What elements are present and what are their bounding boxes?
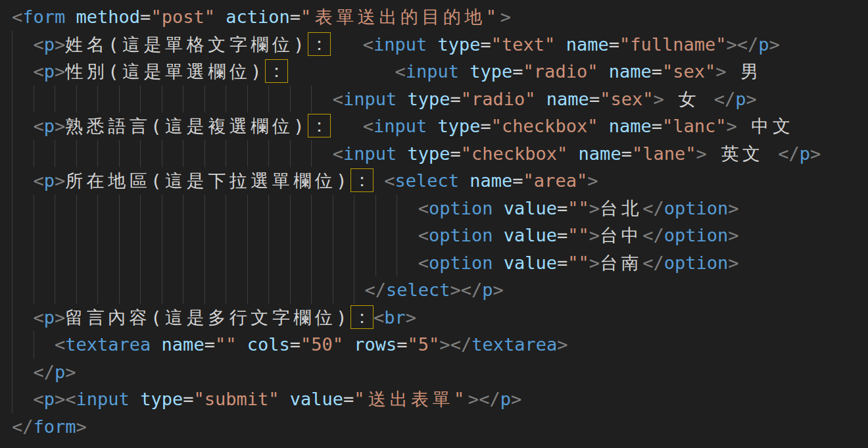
token-attribute-name: value — [290, 389, 343, 409]
token-equals-sign: = — [512, 170, 523, 191]
token-string: "表單送出的目的地" — [301, 7, 500, 27]
token-tag-name: p — [44, 61, 55, 82]
code-line: <option value="">台中</option> — [12, 222, 868, 249]
token-punctuation: > — [715, 61, 726, 82]
token-attribute-name: type — [438, 116, 481, 136]
token-text: 熟悉語言(這是複選欄位) — [65, 116, 308, 136]
token-attribute-name: value — [504, 253, 557, 273]
token-text — [130, 389, 140, 409]
token-text — [555, 34, 566, 55]
token-tag-name: option — [429, 253, 493, 273]
token-punctuation: </ — [364, 280, 386, 300]
token-punctuation: > — [728, 253, 738, 273]
token-equals-sign: = — [512, 61, 523, 82]
token-punctuation: > — [557, 334, 567, 355]
token-punctuation: > — [746, 89, 757, 109]
token-punctuation: > — [500, 7, 511, 27]
token-punctuation: > — [810, 143, 821, 164]
token-string: "submit" — [193, 389, 279, 409]
token-equals-sign: = — [621, 143, 632, 164]
token-punctuation: < — [384, 170, 395, 191]
token-tag-name: p — [482, 280, 493, 300]
token-attribute-name: value — [504, 198, 557, 218]
token-string: "" — [567, 198, 589, 218]
token-tag-name: input — [343, 143, 397, 164]
token-punctuation: </ — [642, 198, 664, 218]
token-attribute-name: value — [504, 225, 557, 245]
token-string: "text" — [491, 34, 556, 55]
token-string: "checkbox" — [491, 116, 598, 136]
token-tag-name: p — [44, 307, 55, 328]
token-punctuation: < — [395, 61, 406, 82]
token-punctuation: < — [34, 61, 44, 82]
token-punctuation: > — [587, 170, 598, 191]
token-string: "sex" — [600, 89, 653, 109]
token-punctuation: > — [727, 34, 737, 55]
token-equals-sign: = — [140, 7, 151, 27]
token-text — [236, 334, 247, 355]
token-tag-name: br — [384, 307, 406, 328]
token-equals-sign: = — [397, 334, 407, 355]
token-punctuation: > — [55, 116, 65, 136]
token-text — [427, 34, 437, 55]
token-tag-name: form — [34, 416, 76, 437]
token-text — [397, 143, 407, 164]
token-attribute-name: name — [470, 170, 512, 191]
token-text: 性別(這是單選欄位) — [65, 61, 265, 82]
token-string: "" — [567, 225, 589, 245]
token-attribute-name: name — [566, 34, 609, 55]
token-tag-name: p — [44, 34, 55, 55]
token-tag-name: textarea — [471, 334, 557, 355]
token-text — [374, 170, 384, 191]
token-punctuation: </ — [642, 225, 664, 245]
token-punctuation: > — [728, 198, 738, 218]
token-punctuation: < — [418, 253, 429, 273]
token-string: "5" — [408, 334, 440, 355]
token-string: "" — [567, 253, 589, 273]
token-tag-name: select — [395, 170, 460, 191]
token-punctuation: > — [55, 389, 65, 409]
token-equals-sign: = — [183, 389, 193, 409]
token-text — [65, 7, 76, 27]
token-punctuation: < — [65, 389, 76, 409]
code-line: <p>熟悉語言(這是複選欄位)： <input type="checkbox" … — [12, 112, 868, 140]
code-line: </select></p> — [12, 276, 868, 304]
token-punctuation: > — [439, 334, 450, 355]
token-attribute-name: type — [140, 389, 183, 409]
token-text — [331, 116, 363, 136]
token-punctuation: > — [493, 280, 504, 300]
token-tag-name: p — [55, 362, 65, 382]
token-equals-sign: = — [557, 225, 567, 245]
token-equals-sign: = — [652, 116, 662, 136]
token-punctuation: > — [589, 198, 600, 218]
token-tag-name: input — [374, 34, 427, 55]
token-attribute-name: rows — [354, 334, 397, 355]
token-text — [427, 116, 437, 136]
token-equals-sign: = — [589, 89, 600, 109]
token-string: "lane" — [632, 143, 696, 164]
token-punctuation: > — [589, 253, 600, 273]
token-text: 女 — [664, 89, 714, 109]
token-punctuation: > — [468, 389, 479, 409]
token-tag-name: p — [800, 143, 810, 164]
token-text: 台南 — [600, 253, 642, 273]
code-line: <option value="">台北</option> — [12, 195, 868, 222]
token-equals-sign: = — [343, 389, 354, 409]
token-string: "fullname" — [619, 34, 727, 55]
token-string: "送出表單" — [354, 389, 468, 409]
unicode-highlighted-colon: ： — [350, 305, 374, 329]
token-attribute-name: cols — [247, 334, 290, 355]
token-text — [215, 7, 226, 27]
token-tag-name: form — [22, 7, 65, 27]
token-attribute-name: method — [76, 7, 141, 27]
token-string: "sex" — [662, 61, 715, 82]
token-text — [493, 225, 504, 245]
code-line: <p><input type="submit" value="送出表單"></p… — [12, 386, 868, 413]
token-text: 男 — [727, 61, 762, 82]
token-text — [288, 61, 395, 82]
code-editor[interactable]: <form method="post" action="表單送出的目的地"> <… — [0, 0, 868, 448]
token-tag-name: input — [343, 89, 397, 109]
code-line: </p> — [12, 359, 868, 386]
code-line: <p>所在地區(這是下拉選單欄位)： <select name="area"> — [12, 167, 868, 195]
token-text — [493, 198, 504, 218]
